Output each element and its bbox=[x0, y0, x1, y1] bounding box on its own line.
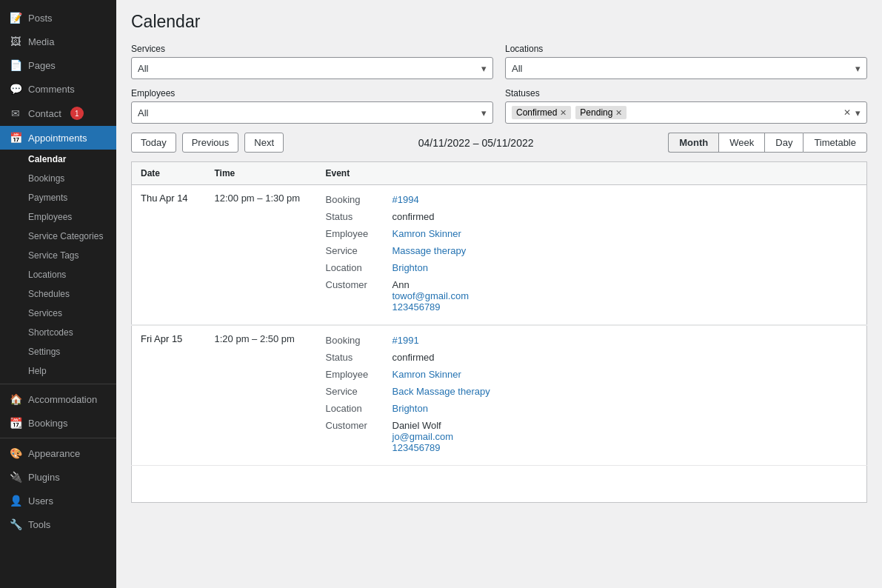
sidebar-sub-service-categories[interactable]: Service Categories bbox=[0, 227, 116, 246]
appointments-icon: 📅 bbox=[9, 132, 22, 144]
statuses-label: Statuses bbox=[505, 88, 867, 98]
sidebar-item-comments[interactable]: 💬 Comments bbox=[0, 77, 116, 101]
employee-label: Employee bbox=[326, 227, 392, 241]
row1-customer-phone[interactable]: 123456789 bbox=[392, 301, 470, 313]
row2-booking-link[interactable]: #1991 bbox=[392, 335, 419, 346]
sidebar-item-bookings2[interactable]: 📆 Bookings bbox=[0, 411, 116, 435]
row1-date: Thu Apr 14 bbox=[132, 185, 206, 326]
row1-service-link[interactable]: Massage therapy bbox=[392, 245, 467, 256]
page-title: Calendar bbox=[131, 12, 867, 32]
row2-customer-phone[interactable]: 123456789 bbox=[392, 442, 454, 453]
service-label: Service bbox=[326, 384, 392, 398]
comments-icon: 💬 bbox=[9, 83, 22, 95]
statuses-dropdown-arrow[interactable]: ▾ bbox=[855, 107, 861, 118]
row2-customer: Customer Daniel Wolf jo@gmail.com 123456… bbox=[326, 418, 858, 455]
employees-label: Employees bbox=[131, 88, 493, 98]
sidebar-item-pages[interactable]: 📄 Pages bbox=[0, 53, 116, 77]
sidebar-item-contact[interactable]: ✉ Contact 1 bbox=[0, 101, 116, 126]
sidebar-item-plugins[interactable]: 🔌 Plugins bbox=[0, 465, 116, 489]
date-range: 04/11/2022 – 05/11/2022 bbox=[290, 137, 662, 149]
remove-pending-tag[interactable]: ✕ bbox=[615, 108, 622, 118]
employees-select[interactable]: All ▾ bbox=[131, 101, 493, 124]
row1-booking-link[interactable]: #1994 bbox=[392, 194, 419, 205]
row2-employee: Employee Kamron Skinner bbox=[326, 367, 858, 381]
calendar-nav-bar: Today Previous Next 04/11/2022 – 05/11/2… bbox=[131, 133, 867, 153]
sidebar-sub-schedules[interactable]: Schedules bbox=[0, 284, 116, 304]
sidebar-sub-shortcodes[interactable]: Shortcodes bbox=[0, 323, 116, 342]
day-view-button[interactable]: Day bbox=[764, 133, 803, 153]
locations-filter-group: Locations All ▾ bbox=[505, 44, 867, 79]
row2-employee-value: Kamron Skinner bbox=[392, 367, 461, 381]
row2-location: Location Brighton bbox=[326, 401, 858, 415]
next-button[interactable]: Next bbox=[244, 133, 284, 153]
sidebar-item-media[interactable]: 🖼 Media bbox=[0, 30, 116, 53]
row1-booking-value: #1994 bbox=[392, 193, 419, 207]
previous-button[interactable]: Previous bbox=[182, 133, 239, 153]
row2-event: Booking #1991 Status confirmed Employee … bbox=[317, 325, 867, 466]
status-label: Status bbox=[326, 210, 392, 224]
sidebar-sub-service-tags[interactable]: Service Tags bbox=[0, 246, 116, 265]
row2-service-value: Back Massage therapy bbox=[392, 384, 490, 398]
week-view-button[interactable]: Week bbox=[718, 133, 764, 153]
sidebar-sub-bookings[interactable]: Bookings bbox=[0, 169, 116, 188]
view-button-group: Month Week Day Timetable bbox=[668, 133, 867, 153]
sidebar-item-label: Accommodation bbox=[28, 394, 97, 405]
row1-location-link[interactable]: Brighton bbox=[392, 262, 428, 273]
row2-customer-email[interactable]: jo@gmail.com bbox=[392, 431, 454, 442]
remove-confirmed-tag[interactable]: ✕ bbox=[560, 108, 567, 118]
filters-row-1: Services All ▾ Locations All ▾ bbox=[131, 44, 867, 79]
row2-booking: Booking #1991 bbox=[326, 333, 858, 347]
row1-employee-link[interactable]: Kamron Skinner bbox=[392, 228, 461, 239]
row2-location-link[interactable]: Brighton bbox=[392, 403, 428, 414]
services-select[interactable]: All ▾ bbox=[131, 57, 493, 79]
sidebar-sub-settings[interactable]: Settings bbox=[0, 342, 116, 361]
row2-employee-link[interactable]: Kamron Skinner bbox=[392, 369, 461, 380]
status-label: Status bbox=[326, 350, 392, 364]
sidebar-item-tools[interactable]: 🔧 Tools bbox=[0, 512, 116, 536]
today-button[interactable]: Today bbox=[131, 133, 176, 153]
row1-customer-email[interactable]: towof@gmail.com bbox=[392, 290, 470, 301]
customer-block: Ann towof@gmail.com 123456789 bbox=[392, 279, 470, 313]
sidebar-sub-help[interactable]: Help bbox=[0, 361, 116, 381]
service-label: Service bbox=[326, 244, 392, 258]
timetable-view-button[interactable]: Timetable bbox=[803, 133, 867, 153]
employees-filter-group: Employees All ▾ bbox=[131, 88, 493, 124]
customer-block: Daniel Wolf jo@gmail.com 123456789 bbox=[392, 420, 454, 453]
sidebar-item-label: Comments bbox=[28, 84, 75, 95]
sidebar-sub-services[interactable]: Services bbox=[0, 304, 116, 323]
status-tag-pending: Pending ✕ bbox=[575, 106, 627, 119]
employees-select-value: All bbox=[138, 107, 481, 118]
sidebar-item-appointments[interactable]: 📅 Appointments bbox=[0, 126, 116, 150]
row2-status: Status confirmed bbox=[326, 350, 858, 364]
tools-icon: 🔧 bbox=[9, 518, 22, 530]
location-label: Location bbox=[326, 401, 392, 415]
sidebar: 📝 Posts 🖼 Media 📄 Pages 💬 Comments ✉ Con… bbox=[0, 0, 116, 588]
media-icon: 🖼 bbox=[9, 36, 22, 47]
sidebar-item-posts[interactable]: 📝 Posts bbox=[0, 6, 116, 30]
statuses-filter[interactable]: Confirmed ✕ Pending ✕ ✕ ▾ bbox=[505, 101, 867, 124]
services-filter-group: Services All ▾ bbox=[131, 44, 493, 79]
row1-customer-name: Ann bbox=[392, 279, 470, 290]
month-view-button[interactable]: Month bbox=[668, 133, 718, 153]
plugins-icon: 🔌 bbox=[9, 471, 22, 483]
row1-location-value: Brighton bbox=[392, 261, 428, 275]
accommodation-icon: 🏠 bbox=[9, 393, 22, 405]
sidebar-sub-locations[interactable]: Locations bbox=[0, 265, 116, 284]
pages-icon: 📄 bbox=[9, 59, 22, 71]
row1-time: 12:00 pm – 1:30 pm bbox=[206, 185, 317, 326]
customer-label: Customer bbox=[326, 278, 392, 314]
sidebar-item-label: Pages bbox=[28, 60, 56, 71]
clear-statuses-button[interactable]: ✕ bbox=[843, 107, 851, 118]
sidebar-item-accommodation[interactable]: 🏠 Accommodation bbox=[0, 387, 116, 411]
row1-employee: Employee Kamron Skinner bbox=[326, 227, 858, 241]
sidebar-item-label: Tools bbox=[28, 519, 50, 530]
sidebar-item-appearance[interactable]: 🎨 Appearance bbox=[0, 441, 116, 465]
row2-service-link[interactable]: Back Massage therapy bbox=[392, 386, 490, 397]
sidebar-item-users[interactable]: 👤 Users bbox=[0, 489, 116, 512]
bookings-icon: 📆 bbox=[9, 417, 22, 429]
sidebar-sub-payments[interactable]: Payments bbox=[0, 188, 116, 207]
sidebar-sub-calendar[interactable]: Calendar bbox=[0, 150, 116, 169]
sidebar-sub-employees[interactable]: Employees bbox=[0, 207, 116, 227]
row1-status: Status confirmed bbox=[326, 210, 858, 224]
locations-select[interactable]: All ▾ bbox=[505, 57, 867, 79]
